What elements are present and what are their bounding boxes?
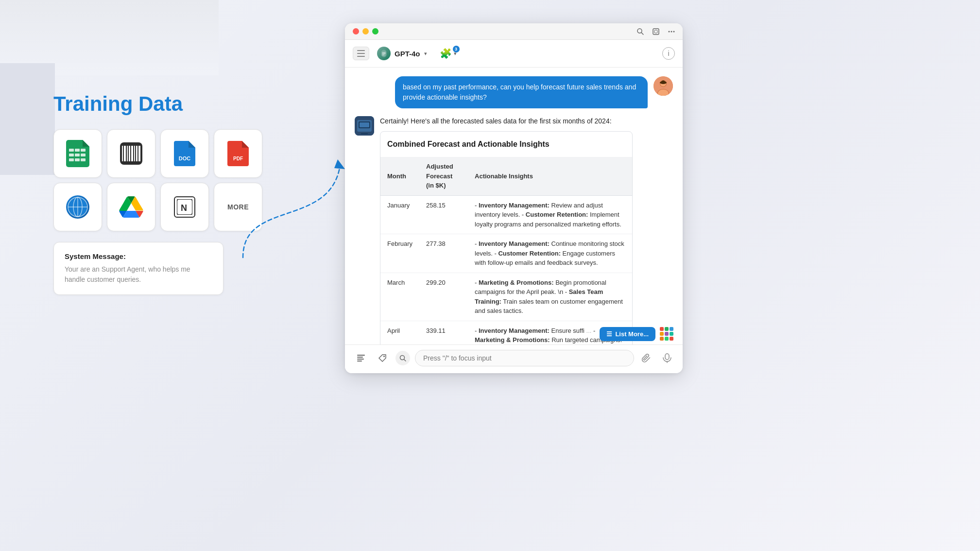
grid-icon-button[interactable] [658, 326, 675, 342]
cell-january-forecast: 258.15 [419, 195, 468, 234]
svg-rect-10 [653, 29, 659, 34]
grid-dot [660, 337, 664, 341]
cell-april-forecast: 339.11 [419, 321, 468, 344]
app-icon-drive[interactable] [107, 183, 155, 231]
format-icon-button[interactable] [353, 350, 369, 366]
search-icon-button[interactable] [395, 351, 410, 365]
system-message-box: System Message: Your are an Support Agen… [53, 242, 224, 295]
table-header-row: Month Adjusted Forecast (in $K) Actionab… [380, 157, 632, 195]
cell-march-forecast: 299.20 [419, 273, 468, 321]
ai-preamble: Certainly! Here's all the forecasted sal… [380, 116, 633, 126]
insight-bold: Marketing & Promotions: [479, 279, 554, 286]
forecast-table-container: Combined Forecast and Actionable Insight… [380, 131, 633, 344]
svg-marker-7 [334, 159, 345, 169]
table-row: January 258.15 - Inventory Management: R… [380, 195, 632, 234]
chat-messages: based on my past performance, can you he… [345, 68, 683, 344]
header-forecast: Adjusted Forecast (in $K) [419, 157, 468, 195]
insight-bold: Inventory Management: [479, 327, 550, 334]
grid-dot [660, 332, 664, 336]
svg-point-13 [671, 31, 672, 32]
overlay-row: ☰ List More... [600, 326, 675, 342]
insight-bold: Inventory Management: [479, 240, 550, 247]
doc-label: DOC [179, 155, 190, 161]
zoom-icon[interactable] [636, 27, 645, 36]
insight-bold: Inventory Management: [479, 202, 550, 209]
grid-dot [665, 337, 669, 341]
cell-february-month: February [380, 234, 419, 273]
titlebar-right-icons [636, 27, 676, 36]
table-row: March 299.20 - Marketing & Promotions: B… [380, 273, 632, 321]
resize-icon[interactable] [652, 27, 660, 36]
bg-rect-side [0, 63, 55, 175]
user-message-row: based on my past performance, can you he… [355, 76, 673, 108]
cell-february-insight: - Inventory Management: Continue monitor… [468, 234, 632, 273]
svg-rect-28 [357, 357, 363, 358]
model-name-label: GPT-4o [395, 50, 420, 58]
maximize-button[interactable] [372, 28, 378, 34]
model-chevron-icon: ▾ [424, 51, 427, 57]
svg-rect-26 [361, 133, 368, 134]
system-message-title: System Message: [65, 252, 212, 260]
svg-point-12 [669, 31, 670, 32]
grid-dot [660, 327, 664, 331]
page-title: Training Data [53, 92, 248, 116]
app-icon-globe[interactable] [53, 183, 102, 231]
grid-dot [665, 332, 669, 336]
plugin-button[interactable]: 🧩 3 ▾ [437, 46, 461, 61]
info-i: i [668, 50, 669, 57]
svg-rect-34 [665, 354, 669, 360]
tag-icon-button[interactable] [374, 350, 391, 366]
minimize-button[interactable] [362, 28, 369, 34]
svg-point-14 [673, 31, 675, 32]
svg-line-33 [404, 360, 406, 362]
plugin-icon: 🧩 [440, 48, 452, 59]
more-options-icon[interactable] [667, 27, 676, 36]
more-label: MORE [227, 203, 249, 211]
cell-february-forecast: 277.38 [419, 234, 468, 273]
window-controls [353, 28, 378, 34]
mic-button[interactable] [659, 350, 675, 366]
input-area [345, 344, 683, 373]
close-button[interactable] [353, 28, 359, 34]
attach-button[interactable] [639, 350, 654, 366]
cell-march-month: March [380, 273, 419, 321]
list-more-label: List More... [615, 330, 649, 338]
table-title: Combined Forecast and Actionable Insight… [387, 138, 625, 150]
app-icon-barcode[interactable] [107, 129, 155, 178]
model-selector[interactable]: GPT-4o ▾ [374, 45, 432, 62]
globe-icon [66, 195, 89, 219]
app-icon-pdf[interactable]: PDF [214, 129, 262, 178]
insight-bold: Customer Retention: [526, 211, 588, 218]
sidebar-toggle-button[interactable] [353, 47, 369, 60]
svg-rect-30 [357, 361, 362, 362]
grid-dot [670, 337, 673, 341]
forecast-table: Month Adjusted Forecast (in $K) Actionab… [380, 157, 632, 344]
app-icon-notion[interactable]: N [160, 183, 209, 231]
list-icon: ☰ [606, 330, 612, 338]
app-icon-doc[interactable]: DOC [160, 129, 209, 178]
user-avatar [653, 76, 673, 96]
svg-rect-29 [357, 359, 364, 360]
cell-april-month: April [380, 321, 419, 344]
info-icon[interactable]: i [662, 47, 675, 60]
insight-bold: Customer Retention: [498, 250, 561, 257]
svg-line-9 [642, 33, 644, 34]
app-icon-more[interactable]: MORE [214, 183, 262, 231]
insight-bold: Sales Team Training: [475, 288, 603, 305]
svg-point-31 [383, 356, 385, 357]
svg-point-20 [660, 81, 667, 84]
list-more-button[interactable]: ☰ List More... [600, 327, 655, 341]
cell-january-month: January [380, 195, 419, 234]
left-panel: Training Data [53, 92, 248, 295]
gpt-logo [377, 47, 391, 60]
cell-january-insight: - Inventory Management: Review and adjus… [468, 195, 632, 234]
chat-input[interactable] [415, 350, 634, 366]
ai-bubble: Certainly! Here's all the forecasted sal… [380, 116, 633, 344]
app-icon-sheets[interactable] [53, 129, 102, 178]
pdf-label: PDF [233, 156, 243, 161]
svg-rect-27 [357, 355, 365, 356]
user-bubble: based on my past performance, can you he… [395, 76, 648, 108]
ai-avatar [355, 116, 374, 136]
drive-icon [119, 196, 143, 218]
title-bar [345, 23, 683, 40]
